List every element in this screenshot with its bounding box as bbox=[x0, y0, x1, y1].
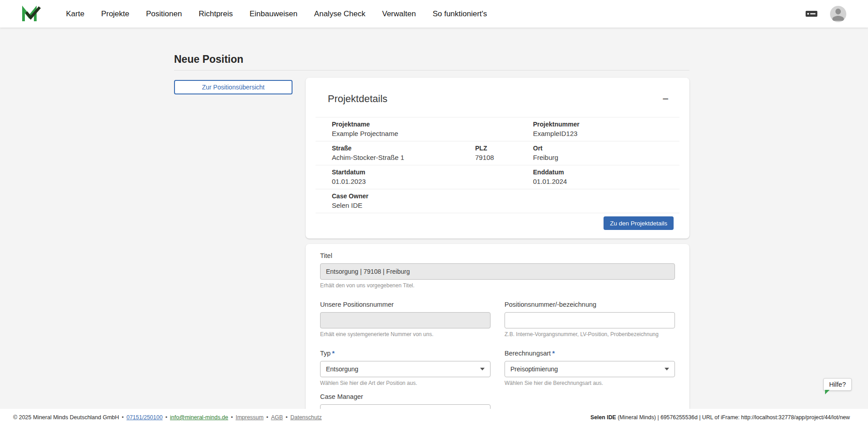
table-row: Straße Achim-Stocker-Straße 1 PLZ 79108 … bbox=[316, 141, 679, 165]
strasse-label: Straße bbox=[332, 145, 475, 152]
projektname-label: Projektname bbox=[332, 121, 475, 128]
projektnummer-label: Projektnummer bbox=[533, 121, 679, 128]
unsere-positionsnummer-label: Unsere Positionsnummer bbox=[320, 301, 491, 309]
nav-item-positionen[interactable]: Positionen bbox=[146, 9, 182, 19]
typ-field: Typ* Entsorgung Wählen Sie hier die Art … bbox=[320, 350, 491, 387]
copyright-text: © 2025 Mineral Minds Deutschland GmbH bbox=[13, 414, 119, 421]
enddatum-value: 01.01.2024 bbox=[533, 177, 679, 186]
nav-item-so-funktionierts[interactable]: So funktioniert's bbox=[433, 9, 487, 19]
berechnungsart-helper: Wählen Sie hier die Berechnungsart aus. bbox=[505, 380, 675, 387]
mineral-minds-logo-icon bbox=[21, 5, 41, 23]
top-navigation: Karte Projekte Positionen Richtpreis Ein… bbox=[0, 0, 868, 28]
titel-field: Titel Erhält den von uns vorgegebenen Ti… bbox=[320, 252, 675, 289]
ort-label: Ort bbox=[533, 145, 679, 152]
berechnungsart-select[interactable]: Preisoptimierung bbox=[505, 361, 675, 377]
footer-left: © 2025 Mineral Minds Deutschland GmbH • … bbox=[13, 414, 322, 421]
startdatum-label: Startdatum bbox=[332, 169, 475, 176]
table-row: Case Owner Selen IDE bbox=[316, 189, 679, 213]
berechnungsart-select-value: Preisoptimierung bbox=[510, 365, 558, 373]
typ-label: Typ* bbox=[320, 350, 491, 357]
session-info: Selen IDE (Mineral Minds) | 69576255536d… bbox=[590, 414, 850, 421]
required-marker: * bbox=[332, 350, 335, 357]
titel-input bbox=[320, 263, 675, 280]
project-details-title: Projektdetails bbox=[328, 93, 387, 105]
server-icon[interactable] bbox=[805, 8, 818, 20]
person-icon bbox=[830, 6, 846, 22]
typ-select-value: Entsorgung bbox=[326, 365, 359, 373]
case-owner-label: Case Owner bbox=[332, 192, 475, 200]
title-divider bbox=[174, 70, 689, 70]
project-details-table: Projektname Example Projectname Projektn… bbox=[316, 117, 679, 213]
nav-links: Karte Projekte Positionen Richtpreis Ein… bbox=[66, 9, 487, 19]
berechnungsart-label: Berechnungsart* bbox=[505, 350, 675, 357]
table-row: Projektname Example Projectname Projektn… bbox=[316, 117, 679, 141]
user-avatar[interactable] bbox=[830, 6, 846, 22]
unsere-positionsnummer-helper: Erhält eine systemgenerierte Nummer von … bbox=[320, 331, 491, 338]
startdatum-value: 01.01.2023 bbox=[332, 177, 475, 186]
position-form-card: Titel Erhält den von uns vorgegebenen Ti… bbox=[306, 244, 689, 426]
enddatum-label: Enddatum bbox=[533, 169, 679, 176]
footer-separator: • bbox=[266, 414, 268, 421]
footer-separator: • bbox=[286, 414, 288, 421]
plz-label: PLZ bbox=[475, 145, 533, 152]
go-to-project-details-button[interactable]: Zu den Projektdetails bbox=[604, 216, 674, 230]
titel-helper: Erhält den von uns vorgegebenen Titel. bbox=[320, 282, 675, 289]
unsere-positionsnummer-input bbox=[320, 312, 491, 328]
footer-separator: • bbox=[165, 414, 167, 421]
phone-link[interactable]: 07151/250100 bbox=[127, 414, 163, 421]
agb-link[interactable]: AGB bbox=[271, 414, 283, 421]
collapse-icon[interactable]: − bbox=[660, 94, 670, 104]
footer-separator: • bbox=[231, 414, 233, 421]
typ-select[interactable]: Entsorgung bbox=[320, 361, 491, 377]
table-row: Startdatum 01.01.2023 Enddatum 01.01.202… bbox=[316, 165, 679, 189]
session-user: Selen IDE bbox=[590, 414, 616, 421]
nav-item-verwalten[interactable]: Verwalten bbox=[382, 9, 416, 19]
datenschutz-link[interactable]: Datenschutz bbox=[290, 414, 321, 421]
chevron-down-icon bbox=[665, 368, 669, 370]
back-to-positions-button[interactable]: Zur Positionsübersicht bbox=[174, 80, 292, 94]
case-owner-value: Selen IDE bbox=[332, 201, 475, 210]
titel-label: Titel bbox=[320, 252, 675, 260]
footer: © 2025 Mineral Minds Deutschland GmbH • … bbox=[0, 409, 868, 426]
nav-item-analyse-check[interactable]: Analyse Check bbox=[314, 9, 365, 19]
nav-right bbox=[805, 6, 846, 22]
projektnummer-value: ExampleID123 bbox=[533, 129, 679, 138]
typ-helper: Wählen Sie hier die Art der Position aus… bbox=[320, 380, 491, 387]
positionsnummer-input[interactable] bbox=[505, 312, 675, 328]
required-marker: * bbox=[552, 350, 555, 357]
positionsnummer-helper: Z.B. Interne-Vorgangsnummer, LV-Position… bbox=[505, 331, 675, 338]
app-logo[interactable] bbox=[21, 5, 41, 23]
footer-separator: • bbox=[122, 414, 123, 421]
positionsnummer-field: Positionsnummer/-bezeichnung Z.B. Intern… bbox=[505, 301, 675, 338]
email-link[interactable]: info@mineral-minds.de bbox=[170, 414, 228, 421]
chevron-down-icon bbox=[480, 368, 485, 370]
impressum-link[interactable]: Impressum bbox=[236, 414, 264, 421]
strasse-value: Achim-Stocker-Straße 1 bbox=[332, 153, 475, 162]
nav-item-richtpreis[interactable]: Richtpreis bbox=[198, 9, 233, 19]
nav-item-einbauweisen[interactable]: Einbauweisen bbox=[250, 9, 297, 19]
help-button[interactable]: Hilfe? bbox=[823, 378, 852, 391]
positionsnummer-label: Positionsnummer/-bezeichnung bbox=[505, 301, 675, 309]
case-manager-label: Case Manager bbox=[320, 393, 491, 401]
session-details: (Mineral Minds) | 69576255536d | URL of … bbox=[616, 414, 850, 421]
nav-item-karte[interactable]: Karte bbox=[66, 9, 85, 19]
unsere-positionsnummer-field: Unsere Positionsnummer Erhält eine syste… bbox=[320, 301, 491, 338]
plz-value: 79108 bbox=[475, 153, 533, 162]
page-title: Neue Position bbox=[174, 53, 689, 66]
ort-value: Freiburg bbox=[533, 153, 679, 162]
nav-item-projekte[interactable]: Projekte bbox=[101, 9, 129, 19]
berechnungsart-field: Berechnungsart* Preisoptimierung Wählen … bbox=[505, 350, 675, 387]
projektname-value: Example Projectname bbox=[332, 129, 475, 138]
help-label: Hilfe? bbox=[829, 381, 846, 388]
main-content: Neue Position Zur Positionsübersicht Pro… bbox=[0, 28, 868, 426]
project-details-card: Projektdetails − Projektname Example Pro… bbox=[306, 78, 689, 239]
